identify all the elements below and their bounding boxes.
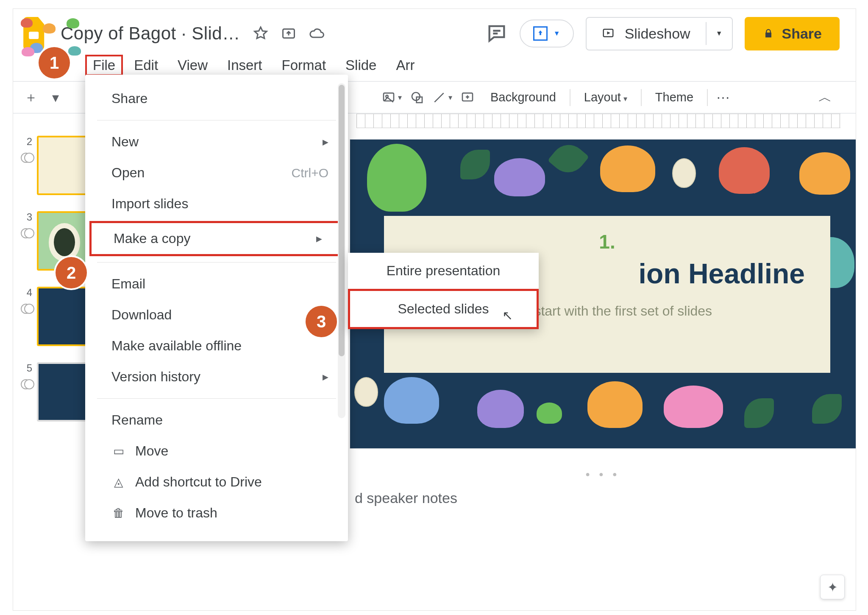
shortcut-label: Ctrl+O xyxy=(291,166,328,180)
separator xyxy=(97,398,336,399)
menu-share[interactable]: Share xyxy=(85,83,348,114)
cloud-status-icon[interactable] xyxy=(309,26,324,41)
slideshow-label: Slideshow xyxy=(625,25,690,42)
play-in-box-icon xyxy=(602,27,615,40)
explore-button[interactable]: ✦ xyxy=(820,575,845,599)
menu-make-a-copy[interactable]: Make a copy xyxy=(89,221,344,256)
thumb-number: 4 xyxy=(21,287,32,299)
title-area: Copy of Bagot · Slid… xyxy=(61,23,240,44)
header-right-controls: ▼ Slideshow ▼ Share xyxy=(486,17,840,50)
menu-format[interactable]: Format xyxy=(273,55,335,76)
insert-line-button[interactable] xyxy=(432,87,452,109)
transition-icon xyxy=(21,379,33,388)
menu-new[interactable]: New xyxy=(85,126,348,157)
separator xyxy=(97,262,336,263)
chevron-down-icon: ▼ xyxy=(554,30,560,37)
new-slide-button[interactable]: ＋ xyxy=(22,87,40,109)
trash-icon: 🗑 xyxy=(111,506,126,520)
background-button[interactable]: Background xyxy=(483,86,564,109)
speaker-notes-panel: ● ● ● d speaker notes xyxy=(350,466,856,506)
submenu-entire-presentation[interactable]: Entire presentation xyxy=(348,253,539,289)
menu-move-to-trash[interactable]: 🗑Move to trash xyxy=(85,498,348,528)
annotation-badge-3: 3 xyxy=(306,306,337,337)
resize-handle-icon[interactable]: ● ● ● xyxy=(350,466,856,483)
submenu-selected-slides[interactable]: Selected slides ↖ xyxy=(348,289,539,329)
menu-slide[interactable]: Slide xyxy=(337,55,385,76)
header-doc-icons xyxy=(253,26,324,41)
lock-icon xyxy=(762,28,774,39)
speaker-notes-text[interactable]: d speaker notes xyxy=(350,483,856,506)
menu-open[interactable]: OpenCtrl+O xyxy=(85,157,348,188)
document-title[interactable]: Copy of Bagot · Slid… xyxy=(61,23,240,44)
present-pill[interactable]: ▼ xyxy=(520,20,574,48)
insert-image-button[interactable] xyxy=(382,87,402,109)
share-button[interactable]: Share xyxy=(745,17,840,50)
folder-move-icon: ▭ xyxy=(111,444,126,458)
transition-icon xyxy=(21,304,33,312)
menu-add-shortcut[interactable]: ◬Add shortcut to Drive xyxy=(85,467,348,498)
menu-version-history[interactable]: Version history xyxy=(85,361,348,392)
header-bar: Copy of Bagot · Slid… ▼ Slideshow xyxy=(13,9,856,55)
separator xyxy=(97,120,336,120)
horizontal-ruler xyxy=(356,114,840,128)
insert-comment-button[interactable] xyxy=(458,87,477,109)
file-menu-dropdown: Share New OpenCtrl+O Import slides Make … xyxy=(85,75,348,541)
slideshow-button[interactable]: Slideshow xyxy=(587,18,706,50)
menu-edit[interactable]: Edit xyxy=(125,55,167,76)
make-a-copy-submenu: Entire presentation Selected slides ↖ xyxy=(348,253,539,329)
annotation-badge-2: 2 xyxy=(56,257,87,288)
star-icon[interactable] xyxy=(253,26,268,41)
collapse-toolbar-icon[interactable]: ︿ xyxy=(816,87,835,109)
new-slide-caret[interactable]: ▾ xyxy=(46,87,65,109)
menu-import-slides[interactable]: Import slides xyxy=(85,188,348,219)
dropdown-scrollbar[interactable] xyxy=(338,83,345,418)
insert-shape-button[interactable] xyxy=(408,87,426,109)
section-number: 1. xyxy=(401,230,813,253)
more-toolbar-button[interactable]: ⋯ xyxy=(714,87,732,109)
menu-email[interactable]: Email xyxy=(85,268,348,299)
thumb-number: 3 xyxy=(21,211,32,223)
slideshow-dropdown-caret[interactable]: ▼ xyxy=(706,22,732,45)
menu-insert[interactable]: Insert xyxy=(219,55,271,76)
transition-icon xyxy=(21,228,33,237)
svg-rect-0 xyxy=(29,32,39,39)
menu-make-available-offline[interactable]: Make available offline xyxy=(85,330,348,361)
present-upload-icon xyxy=(533,26,548,41)
slideshow-button-group: Slideshow ▼ xyxy=(586,17,733,50)
transition-icon xyxy=(21,153,33,161)
menu-move[interactable]: ▭Move xyxy=(85,436,348,467)
drive-shortcut-icon: ◬ xyxy=(111,475,126,489)
layout-button[interactable]: Layout xyxy=(576,86,635,109)
menu-file[interactable]: File xyxy=(85,55,123,76)
menu-view[interactable]: View xyxy=(169,55,216,76)
menu-rename[interactable]: Rename xyxy=(85,405,348,436)
annotation-badge-1: 1 xyxy=(39,47,70,78)
thumb-number: 2 xyxy=(21,136,32,148)
thumb-number: 5 xyxy=(21,362,32,374)
menu-arrange[interactable]: Arr xyxy=(387,55,423,76)
cursor-icon: ↖ xyxy=(502,308,513,323)
theme-button[interactable]: Theme xyxy=(648,86,701,109)
share-label: Share xyxy=(782,25,822,42)
comment-history-icon[interactable] xyxy=(486,22,508,45)
google-slides-window: Copy of Bagot · Slid… ▼ Slideshow xyxy=(13,8,856,611)
move-to-drive-icon[interactable] xyxy=(281,26,296,41)
